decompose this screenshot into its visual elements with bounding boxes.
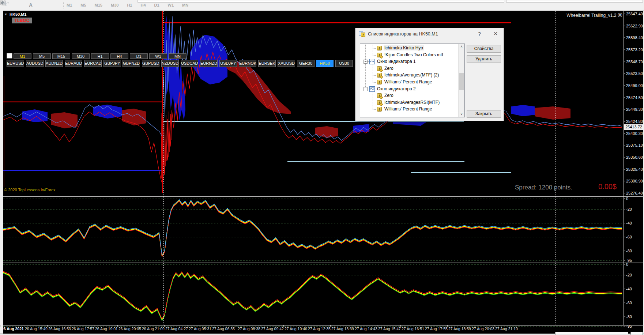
scrollbar-thumb[interactable] [459, 73, 464, 90]
symbol-button-euraud[interactable]: EURAUD [65, 60, 82, 67]
indicator-tree-list[interactable]: ∧ ∨ fIchimoku Kinko Hyof!Kijun Candles T… [360, 44, 465, 117]
time-axis-label: 26 Aug 2021 [1, 327, 24, 331]
symbol-button-eurnzd[interactable]: EURNZD [200, 60, 218, 67]
price-axis-label: 25499.00 [626, 83, 643, 88]
symbol-button-usdcad[interactable]: USDCAD [181, 60, 198, 67]
price-axis-label: 25598.40 [626, 35, 643, 40]
price-axis-label: 25622.90 [626, 24, 643, 28]
collapse-icon[interactable] [364, 87, 368, 91]
symbol-dropdown-icon[interactable]: ▼ [4, 13, 7, 16]
dialog-titlebar[interactable]: f Список индикаторов на HK50,M1 ? ✕ [355, 28, 504, 40]
collapse-icon[interactable] [364, 60, 368, 64]
indicator-item-label: Williams' Percent Range [384, 79, 433, 84]
time-axis-label: 26 Aug 20:05 [118, 327, 141, 331]
indicator-item-label: Окно индикатора 2 [376, 86, 417, 91]
time-axis-label: 26 Aug 15:49 [25, 327, 48, 331]
symbol-button-eurusd[interactable]: EURUSD [7, 60, 24, 67]
indicator-axis-label: -80 [626, 249, 632, 253]
indicator-item-2[interactable]: Окно индикатора 1 [360, 59, 458, 65]
indicator-item-5[interactable]: fWilliams' Percent Range [360, 79, 458, 86]
indicator-item-4[interactable]: fIchimokuAverages(MTF) (2) [360, 72, 458, 79]
indicator-item-0[interactable]: fIchimoku Kinko Hyo [360, 45, 458, 52]
current-price-tag: 25413.72 [624, 124, 643, 130]
copyright-label: © 2020 TopLessons.In/Forex [4, 188, 56, 192]
symbol-button-gbpusd[interactable]: GBPUSD [142, 60, 159, 67]
time-axis-label: 27 Aug 09:42 [261, 327, 284, 331]
indicator-item-label: Окно индикатора 1 [376, 59, 417, 64]
custom-indicator-icon: f [377, 100, 382, 105]
tree-stub [373, 55, 377, 56]
symbol-button-audusd[interactable]: AUDUSD [26, 60, 44, 67]
timeframe-button-m5[interactable]: M5 [33, 53, 51, 59]
custom-indicator-icon: f [377, 73, 382, 78]
indicator-axis-label: -80 [626, 315, 632, 319]
tlboc-indicator-label[interactable]: TLBOC [12, 18, 32, 23]
scroll-down-icon[interactable]: ∨ [459, 112, 464, 117]
timeframe-button-m1[interactable]: M1 [14, 53, 31, 59]
indicator-item-label: IchimokuAveragesRSI(MTF) [384, 100, 440, 105]
indicator-item-9[interactable]: fWilliams' Percent Range [360, 106, 458, 113]
time-axis-label: 27 Aug 20:03 [472, 327, 494, 331]
time-axis-label: 27 Aug 14:43 [355, 327, 377, 331]
price-axis-label: 25548.70 [626, 60, 643, 64]
tree-stub [373, 75, 377, 76]
close-button[interactable]: Закрыть [467, 110, 501, 118]
timeframe-button-mn[interactable]: MN [169, 53, 187, 59]
symbol-button-ger30[interactable]: GER30 [297, 60, 315, 67]
tree-stub [373, 69, 377, 69]
symbol-button-gbpjpy[interactable]: GBPJPY [103, 60, 121, 67]
indicator-item-label: Williams' Percent Range [384, 106, 433, 112]
time-axis-label: 27 Aug 18:59 [448, 327, 471, 331]
symbol-button-eurnok[interactable]: EURNOK [239, 60, 256, 67]
indicator-item-label: Ichimoku Kinko Hyo [384, 45, 424, 50]
price-axis-label: 25350.60 [626, 155, 643, 159]
indicator-item-7[interactable]: fZero [360, 93, 458, 99]
indicator-axis-label: 0 [626, 262, 628, 267]
timeframe-button-w1[interactable]: W1 [149, 53, 167, 59]
dialog-title: Список индикаторов на HK50,M1 [368, 31, 438, 37]
help-button[interactable]: ? [477, 31, 482, 37]
time-axis-label: 27 Aug 05:31 [189, 327, 211, 331]
symbol-button-eurcad[interactable]: EURCAD [84, 60, 102, 67]
chart-canvas[interactable] [0, 0, 644, 335]
timeframe-button-m15[interactable]: M15 [52, 53, 70, 59]
timeframe-button-d1[interactable]: D1 [130, 53, 148, 59]
mt4-terminal: { "toolbar": { "icons": ["indicators-ico… [0, 0, 644, 335]
list-scrollbar[interactable]: ∧ ∨ [458, 44, 464, 117]
time-axis-label: 27 Aug 12:35 [308, 327, 331, 331]
price-axis-label: 25424.80 [626, 119, 643, 124]
time-axis-label: 26 Aug 21:09 [142, 327, 165, 331]
profit-label: 0.00$ [598, 182, 617, 191]
indicator-item-1[interactable]: f!Kijun Candles Two Colors mtf [360, 52, 458, 59]
symbol-button-xauusd[interactable]: XAUUSD [278, 60, 295, 67]
symbol-button-hk50[interactable]: HK50 [316, 60, 334, 67]
properties-button[interactable]: Свойства [467, 45, 501, 53]
symbol-button-eursek[interactable]: EURSEK [258, 60, 276, 67]
timeframe-button-m30[interactable]: M30 [72, 53, 90, 59]
time-axis-label: 27 Aug 15:47 [378, 327, 401, 331]
timeframe-button-h4[interactable]: H4 [110, 53, 128, 59]
indicator-icon: f [377, 107, 382, 112]
indicator-item-6[interactable]: Окно индикатора 2 [360, 86, 458, 93]
ea-name-label: Wheelbarrel Trailing_v1.2☹ [566, 12, 622, 18]
timeframe-button-h1[interactable]: H1 [91, 53, 109, 59]
indicator-item-8[interactable]: fIchimokuAveragesRSI(MTF) [360, 99, 458, 106]
symbol-button-audnzd[interactable]: AUDNZD [45, 60, 63, 67]
indicator-window-icon [369, 86, 375, 92]
price-axis-label: 25449.30 [626, 107, 643, 112]
close-icon[interactable]: ✕ [493, 31, 498, 37]
symbol-button-usdjpy[interactable]: USDJPY [219, 60, 237, 67]
symbol-button-us30[interactable]: US30 [335, 60, 353, 67]
indicator-item-3[interactable]: fZero [360, 65, 458, 72]
symbol-button-gbpnzd[interactable]: GBPNZD [123, 60, 140, 67]
price-axis-label: 25474.50 [626, 95, 643, 100]
scroll-up-icon[interactable]: ∧ [459, 44, 464, 49]
tree-stub [373, 48, 377, 49]
delete-button[interactable]: Удалить [467, 55, 501, 63]
blank-timeframe-button[interactable] [7, 53, 12, 59]
price-axis-label: 25573.20 [626, 48, 643, 52]
indicator-icon: f [377, 80, 382, 84]
symbol-button-nzdusd[interactable]: NZDUSD [161, 60, 179, 67]
indicator-list-icon: f [359, 31, 365, 37]
indicator-axis-label: -95 [626, 324, 632, 328]
